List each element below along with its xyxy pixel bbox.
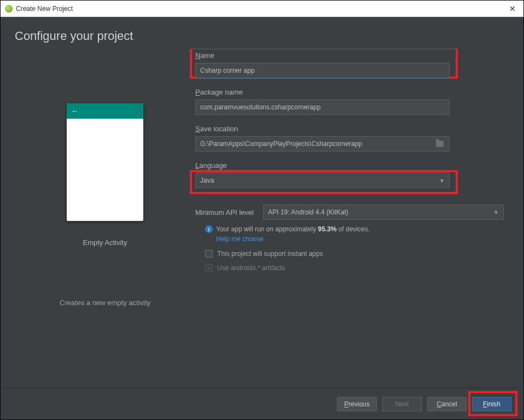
- next-button: Next: [382, 397, 422, 411]
- api-label: Minimum API level: [195, 208, 258, 217]
- api-select[interactable]: API 19: Android 4.4 (KitKat) ▼: [263, 205, 504, 220]
- dialog-content: Configure your project ← Empty Activity …: [1, 17, 523, 419]
- cancel-button[interactable]: Cancel: [427, 397, 467, 411]
- form-column: Name Csharp corner app Package name com.…: [195, 49, 509, 388]
- preview-column: ← Empty Activity Creates a new empty act…: [15, 49, 195, 388]
- package-value: com.paramvuesolutions.csharpcornerapp: [200, 103, 321, 111]
- language-value: Java: [200, 177, 214, 184]
- instant-apps-row[interactable]: This project will support instant apps: [195, 250, 504, 258]
- instant-apps-checkbox[interactable]: [205, 250, 213, 258]
- dialog-footer: Previous Next Cancel Finish: [1, 388, 523, 419]
- browse-folder-icon[interactable]: [436, 141, 444, 147]
- previous-button[interactable]: Previous: [337, 397, 377, 411]
- androidx-checkbox: ✓: [205, 264, 213, 272]
- language-label: Language: [195, 161, 504, 170]
- androidx-row: ✓ Use androidx.* artifacts: [195, 264, 504, 272]
- finish-button[interactable]: Finish: [472, 397, 511, 411]
- page-title: Configure your project: [1, 17, 523, 49]
- chevron-down-icon: ▼: [493, 209, 499, 215]
- chevron-down-icon: ▼: [439, 178, 445, 184]
- template-name: Empty Activity: [83, 238, 127, 247]
- help-me-choose-link[interactable]: Help me choose: [216, 235, 264, 243]
- name-label: Name: [195, 51, 504, 60]
- window-title: Create New Project: [16, 5, 73, 13]
- save-location-input[interactable]: G:\ParamApps\CompanyPlayProjects\Csharpc…: [195, 136, 450, 151]
- package-input[interactable]: com.paramvuesolutions.csharpcornerapp: [195, 100, 450, 115]
- instant-apps-label: This project will support instant apps: [217, 250, 323, 258]
- back-arrow-icon: ←: [71, 107, 79, 115]
- template-description: Creates a new empty activity: [60, 299, 150, 307]
- preview-appbar: ←: [67, 103, 143, 119]
- save-location-label: Save location: [195, 125, 504, 133]
- close-icon[interactable]: ✕: [506, 4, 519, 13]
- info-icon: i: [205, 225, 213, 233]
- name-value: Csharp corner app: [200, 67, 254, 74]
- device-coverage-info: i Your app will run on approximately 95.…: [195, 225, 504, 233]
- android-studio-icon: [5, 5, 13, 13]
- package-label: Package name: [195, 88, 504, 96]
- language-select[interactable]: Java ▼: [195, 173, 450, 188]
- api-value: API 19: Android 4.4 (KitKat): [268, 208, 348, 216]
- androidx-label: Use androidx.* artifacts: [217, 264, 285, 272]
- titlebar: Create New Project ✕: [1, 1, 523, 17]
- name-input[interactable]: Csharp corner app: [195, 63, 450, 78]
- save-location-value: G:\ParamApps\CompanyPlayProjects\Csharpc…: [200, 140, 362, 148]
- template-preview: ←: [67, 103, 143, 221]
